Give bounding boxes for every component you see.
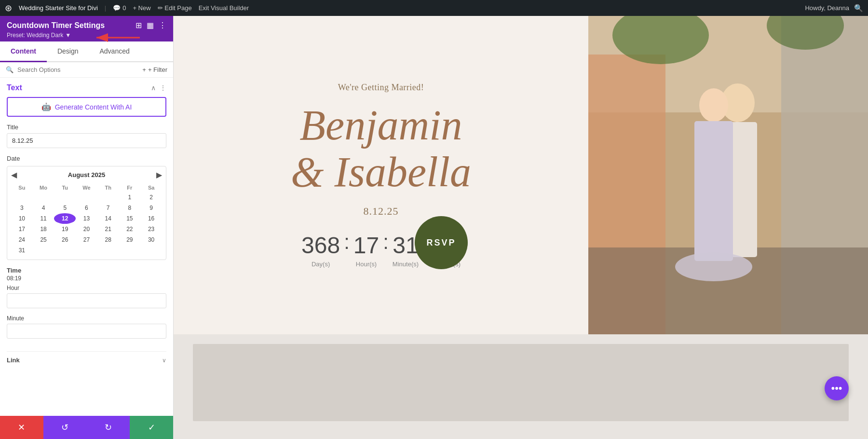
main-layout: Countdown Timer Settings ⊞ ▦ ⋮ Preset: W… [0, 16, 868, 439]
rsvp-label: RSVP [426, 238, 456, 248]
day-header-sa: Sa [140, 183, 162, 192]
bottom-card-1 [193, 344, 849, 421]
calendar-day[interactable]: 27 [76, 234, 97, 245]
admin-bar-separator: | [105, 4, 106, 12]
day-header-su: Su [11, 183, 33, 192]
calendar-day[interactable]: 2 [140, 192, 162, 203]
wedding-left: We're Getting Married! Benjamin & Isabel… [174, 16, 588, 334]
calendar-day[interactable]: 19 [54, 224, 76, 234]
ai-button-label: Generate Content With AI [55, 103, 132, 111]
day-header-mo: Mo [33, 183, 54, 192]
minute-input[interactable] [7, 324, 166, 339]
day-header-fr: Fr [119, 183, 141, 192]
collapse-icon[interactable]: ∧ [151, 84, 156, 92]
calendar-day[interactable]: 30 [140, 234, 162, 245]
title-field-input[interactable] [7, 133, 166, 148]
calendar-day[interactable]: 14 [97, 213, 119, 224]
site-name[interactable]: Wedding Starter Site for Divi [19, 4, 98, 12]
tab-design[interactable]: Design [47, 41, 89, 62]
new-button[interactable]: + New [133, 4, 150, 12]
grid-icon[interactable]: ▦ [147, 21, 154, 30]
cal-prev-button[interactable]: ◀ [11, 170, 17, 179]
content-area: We're Getting Married! Benjamin & Isabel… [174, 16, 868, 439]
calendar-day[interactable]: 26 [54, 234, 76, 245]
calendar-day[interactable]: 3 [11, 203, 33, 213]
rsvp-button[interactable]: RSVP [415, 216, 468, 269]
hour-input[interactable] [7, 293, 166, 308]
admin-bar: ⊛ Wedding Starter Site for Divi | 💬 0 + … [0, 0, 868, 16]
calendar-day [97, 245, 119, 256]
calendar-day[interactable]: 12 [54, 213, 76, 224]
calendar-day[interactable]: 21 [97, 224, 119, 234]
calendar-day[interactable]: 20 [76, 224, 97, 234]
link-chevron-icon[interactable]: ∨ [162, 357, 166, 364]
search-icon[interactable]: 🔍 [854, 4, 863, 13]
calendar-day[interactable]: 25 [33, 234, 54, 245]
countdown-hours-label: Hour(s) [356, 261, 377, 268]
calendar-day[interactable]: 7 [97, 203, 119, 213]
calendar-day[interactable]: 31 [11, 245, 33, 256]
link-header[interactable]: Link ∨ [7, 357, 166, 364]
calendar-day[interactable]: 9 [140, 203, 162, 213]
day-header-tu: Tu [54, 183, 76, 192]
redo-button[interactable]: ↻ [87, 416, 130, 439]
undo-button[interactable]: ↺ [43, 416, 87, 439]
calendar-day[interactable]: 5 [54, 203, 76, 213]
calendar-day[interactable]: 15 [119, 213, 141, 224]
calendar-day [97, 192, 119, 203]
calendar-day[interactable]: 17 [11, 224, 33, 234]
svg-point-8 [699, 88, 728, 122]
calendar-day[interactable]: 11 [33, 213, 54, 224]
calendar-day [119, 245, 141, 256]
link-title: Link [7, 357, 20, 364]
preset-label[interactable]: Preset: Wedding Dark [7, 32, 63, 39]
calendar-day[interactable]: 10 [11, 213, 33, 224]
countdown-sep-1: : [344, 232, 350, 252]
section-menu-icon[interactable]: ⋮ [160, 84, 166, 92]
time-section: Time 08:19 Hour Minute [7, 267, 166, 345]
tab-content[interactable]: Content [0, 41, 47, 62]
comments-link[interactable]: 💬 0 [113, 4, 126, 12]
name-1: Benjamin [299, 102, 462, 149]
calendar-day[interactable]: 24 [11, 234, 33, 245]
calendar-day[interactable]: 13 [76, 213, 97, 224]
search-input[interactable] [17, 66, 138, 73]
edit-page-button[interactable]: ✏ Edit Page [158, 4, 192, 12]
calendar-day[interactable]: 22 [119, 224, 141, 234]
wordpress-logo[interactable]: ⊛ [5, 3, 12, 14]
calendar-day[interactable]: 28 [97, 234, 119, 245]
calendar-day[interactable]: 29 [119, 234, 141, 245]
ai-generate-button[interactable]: 🤖 Generate Content With AI [7, 97, 166, 117]
calendar: ◀ August 2025 ▶ Su Mo Tu We Th Fr Sa [7, 166, 166, 260]
date-section-title: Date [7, 155, 166, 162]
exit-builder-button[interactable]: Exit Visual Builder [199, 4, 249, 12]
panel-title-row: Countdown Timer Settings ⊞ ▦ ⋮ [7, 21, 166, 30]
more-options-icon[interactable]: ⋮ [159, 21, 166, 30]
countdown-hours-value: 17 [353, 232, 379, 259]
cal-next-button[interactable]: ▶ [156, 170, 162, 179]
hour-label: Hour [7, 285, 166, 291]
calendar-day[interactable]: 1 [119, 192, 141, 203]
red-arrow-indicator [87, 30, 145, 45]
svg-rect-9 [694, 121, 733, 261]
countdown-days-label: Day(s) [312, 261, 330, 268]
cancel-button[interactable]: ✕ [0, 416, 43, 439]
save-button[interactable]: ✓ [130, 416, 173, 439]
calendar-day[interactable]: 18 [33, 224, 54, 234]
wedding-subtitle: We're Getting Married! [338, 82, 424, 93]
view-toggle-icon[interactable]: ⊞ [136, 21, 142, 30]
minute-label: Minute [7, 315, 166, 322]
user-greeting: Howdy, Deanna [805, 4, 849, 12]
calendar-day[interactable]: 23 [140, 224, 162, 234]
preset-dropdown-icon[interactable]: ▼ [65, 32, 71, 39]
calendar-day[interactable]: 8 [119, 203, 141, 213]
text-section-title: Text [7, 83, 22, 92]
calendar-day[interactable]: 6 [76, 203, 97, 213]
calendar-day[interactable]: 16 [140, 213, 162, 224]
day-header-we: We [76, 183, 97, 192]
couple-illustration [588, 16, 868, 334]
search-icon-small: 🔍 [6, 66, 14, 73]
calendar-day[interactable]: 4 [33, 203, 54, 213]
fab-button[interactable]: ••• [825, 376, 849, 400]
filter-button[interactable]: + + Filter [142, 66, 167, 73]
